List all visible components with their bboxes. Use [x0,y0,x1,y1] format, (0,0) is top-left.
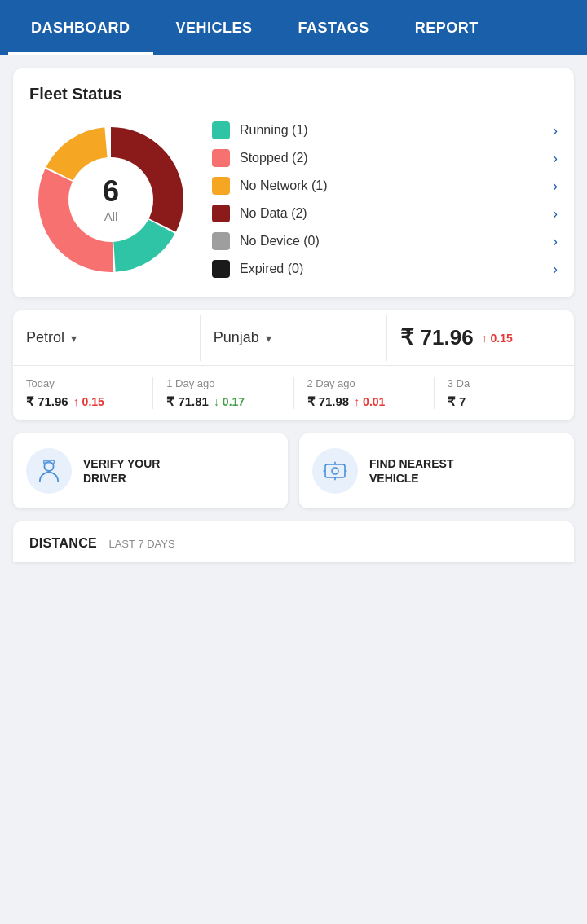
distance-section: DISTANCE LAST 7 DAYS [13,521,574,562]
svg-point-5 [44,462,53,471]
find-vehicle-card[interactable]: FIND NEARESTVEHICLE [299,433,574,508]
fuel-day-3: 3 Da ₹ 7 [435,377,574,409]
fuel-day-2: 2 Day ago ₹ 71.98 ↑ 0.01 [294,377,435,409]
legend-color-no-data [212,205,230,222]
donut-center: 6 All [103,177,119,223]
legend-color-running [212,121,230,139]
legend-color-no-network [212,177,230,195]
fleet-status-card: Fleet Status [13,68,574,297]
donut-chart: 6 All [29,118,192,281]
find-vehicle-icon-wrap [312,448,358,494]
legend-no-device[interactable]: No Device (0) › [212,232,558,250]
find-vehicle-icon [322,458,348,484]
fuel-header: Petrol ▾ Punjab ▾ ₹ 71.96 ↑ 0.15 [13,310,574,366]
legend-running[interactable]: Running (1) › [212,121,558,139]
find-vehicle-label: FIND NEARESTVEHICLE [369,456,453,486]
fuel-day-1: 1 Day ago ₹ 71.81 ↓ 0.17 [153,377,294,409]
verify-driver-label: VERIFY YOURDRIVER [83,456,160,486]
nav-fastags[interactable]: FASTAGS [276,0,392,55]
fuel-change-value: ↑ 0.15 [482,332,513,345]
legend-color-no-device [212,232,230,250]
nav-bar: DASHBOARD VEHICLES FASTAGS REPORT [0,0,587,55]
fuel-type-chevron: ▾ [71,332,77,345]
fuel-type-select[interactable]: Petrol ▾ [13,315,201,361]
legend-arrow-no-device: › [553,233,558,250]
legend-arrow-stopped: › [553,150,558,167]
fleet-body: 6 All Running (1) › Stopped (2) › [29,118,558,281]
fuel-current-price: ₹ 71.96 ↑ 0.15 [387,310,574,365]
legend-no-network[interactable]: No Network (1) › [212,177,558,195]
main-content: Fleet Status [0,55,587,562]
fuel-region-chevron: ▾ [266,332,271,345]
fleet-legend: Running (1) › Stopped (2) › No Network (… [212,121,558,278]
legend-arrow-running: › [553,122,558,139]
svg-rect-7 [325,464,345,477]
legend-color-expired [212,260,230,278]
legend-arrow-expired: › [553,261,558,278]
legend-no-data[interactable]: No Data (2) › [212,205,558,222]
legend-arrow-no-network: › [553,178,558,195]
svg-point-8 [332,468,338,474]
nav-vehicles[interactable]: VEHICLES [153,0,276,55]
legend-expired[interactable]: Expired (0) › [212,260,558,278]
driver-icon [36,458,62,484]
legend-color-stopped [212,149,230,167]
nav-reports[interactable]: REPORT [392,0,501,55]
fuel-region-select[interactable]: Punjab ▾ [201,315,388,361]
verify-driver-icon-wrap [26,448,72,494]
fuel-day-today: Today ₹ 71.96 ↑ 0.15 [13,377,153,409]
nav-dashboard[interactable]: DASHBOARD [8,0,153,55]
legend-arrow-no-data: › [553,205,558,222]
fleet-status-title: Fleet Status [29,85,558,103]
legend-stopped[interactable]: Stopped (2) › [212,149,558,167]
fuel-history: Today ₹ 71.96 ↑ 0.15 1 Day ago ₹ 71.81 ↓… [13,366,574,420]
verify-driver-card[interactable]: VERIFY YOURDRIVER [13,433,288,508]
action-cards-row: VERIFY YOURDRIVER FIND NEARESTVEHICLE [13,433,574,508]
fuel-price-card: Petrol ▾ Punjab ▾ ₹ 71.96 ↑ 0.15 Today ₹… [13,310,574,420]
